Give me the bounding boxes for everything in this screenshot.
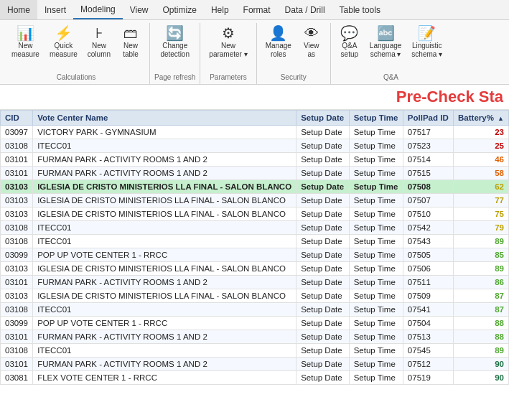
cell-cid: 03099 [1, 248, 33, 262]
btn-new-measure[interactable]: 📊 Newmeasure [7, 23, 44, 62]
col-header-pollpad[interactable]: PollPad ID [403, 111, 453, 126]
btn-linguistic-schema[interactable]: 📝 Linguisticschema ▾ [407, 23, 447, 62]
cell-cid: 03103 [1, 180, 33, 194]
cell-cid: 03081 [1, 371, 33, 385]
col-header-setupdate[interactable]: Setup Date [296, 111, 350, 126]
menu-insert[interactable]: Insert [37, 0, 73, 19]
cell-battery: 88 [453, 330, 508, 344]
cell-battery: 87 [453, 289, 508, 303]
btn-view-as[interactable]: 👁 Viewas [297, 23, 326, 62]
col-header-battery[interactable]: Battery% ▲ [453, 111, 508, 126]
cell-pollpad-id: 07504 [403, 317, 453, 330]
table-row: 03101FURMAN PARK - ACTIVITY ROOMS 1 AND … [1, 276, 509, 289]
cell-cid: 03103 [1, 194, 33, 207]
cell-setup-time: Setup Time [349, 221, 403, 235]
cell-vote-center-name: IGLESIA DE CRISTO MINISTERIOS LLA FINAL … [33, 180, 296, 194]
menu-data-drill[interactable]: Data / Drill [278, 0, 332, 19]
cell-setup-time: Setup Time [349, 248, 403, 262]
cell-pollpad-id: 07545 [403, 344, 453, 358]
btn-new-column[interactable]: ⊦ Newcolumn [83, 23, 115, 62]
menu-help[interactable]: Help [204, 0, 236, 19]
table-row: 03097VICTORY PARK - GYMNASIUMSetup DateS… [1, 126, 509, 139]
cell-setup-time: Setup Time [349, 235, 403, 248]
cell-battery: 89 [453, 344, 508, 358]
cell-pollpad-id: 07519 [403, 371, 453, 385]
table-row: 03099POP UP VOTE CENTER 1 - RRCCSetup Da… [1, 317, 509, 330]
precheck-title: Pre-Check Sta [396, 88, 503, 106]
cell-setup-date: Setup Date [296, 126, 350, 139]
cell-setup-date: Setup Date [296, 289, 350, 303]
security-label: Security [281, 72, 307, 81]
ribbon-group-parameters: ⚙ Newparameter ▾ Parameters [200, 23, 256, 84]
parameters-label: Parameters [210, 72, 247, 81]
table-row: 03101FURMAN PARK - ACTIVITY ROOMS 1 AND … [1, 167, 509, 180]
cell-setup-time: Setup Time [349, 317, 403, 330]
data-table: CID Vote Center Name Setup Date Setup Ti… [0, 110, 509, 385]
ribbon-group-calculations: 📊 Newmeasure ⚡ Quickmeasure ⊦ Newcolumn … [3, 23, 150, 84]
cell-vote-center-name: IGLESIA DE CRISTO MINISTERIOS LLA FINAL … [33, 289, 296, 303]
cell-battery: 58 [453, 167, 508, 180]
cell-vote-center-name: FURMAN PARK - ACTIVITY ROOMS 1 AND 2 [33, 153, 296, 167]
cell-pollpad-id: 07514 [403, 153, 453, 167]
cell-battery: 75 [453, 207, 508, 221]
cell-cid: 03101 [1, 167, 33, 180]
cell-setup-date: Setup Date [296, 180, 350, 194]
cell-setup-time: Setup Time [349, 207, 403, 221]
quick-measure-icon: ⚡ [55, 26, 73, 40]
cell-pollpad-id: 07505 [403, 248, 453, 262]
menu-optimize[interactable]: Optimize [156, 0, 204, 19]
cell-setup-time: Setup Time [349, 289, 403, 303]
ribbon-group-security: 👤 Manageroles 👁 Viewas Security [257, 23, 331, 84]
cell-cid: 03099 [1, 317, 33, 330]
btn-quick-measure[interactable]: ⚡ Quickmeasure [45, 23, 82, 62]
cell-battery: 62 [453, 180, 508, 194]
language-schema-icon: 🔤 [377, 26, 395, 40]
cell-pollpad-id: 07517 [403, 126, 453, 139]
cell-battery: 46 [453, 153, 508, 167]
col-header-setuptime[interactable]: Setup Time [349, 111, 403, 126]
cell-setup-date: Setup Date [296, 139, 350, 153]
cell-cid: 03103 [1, 289, 33, 303]
cell-vote-center-name: FURMAN PARK - ACTIVITY ROOMS 1 AND 2 [33, 330, 296, 344]
table-row: 03101FURMAN PARK - ACTIVITY ROOMS 1 AND … [1, 153, 509, 167]
cell-setup-time: Setup Time [349, 330, 403, 344]
menu-table-tools[interactable]: Table tools [332, 0, 388, 19]
col-header-cid[interactable]: CID [1, 111, 33, 126]
menu-home[interactable]: Home [0, 0, 37, 19]
cell-setup-date: Setup Date [296, 207, 350, 221]
btn-language-schema[interactable]: 🔤 Languageschema ▾ [365, 23, 406, 62]
cell-setup-date: Setup Date [296, 276, 350, 289]
table-row: 03108ITECC01Setup DateSetup Time0752325 [1, 139, 509, 153]
btn-manage-roles[interactable]: 👤 Manageroles [261, 23, 296, 62]
cell-vote-center-name: FURMAN PARK - ACTIVITY ROOMS 1 AND 2 [33, 276, 296, 289]
cell-vote-center-name: ITECC01 [33, 344, 296, 358]
ribbon: 📊 Newmeasure ⚡ Quickmeasure ⊦ Newcolumn … [0, 20, 509, 85]
calculations-label: Calculations [57, 72, 95, 81]
cell-cid: 03108 [1, 221, 33, 235]
cell-battery: 89 [453, 262, 508, 276]
cell-pollpad-id: 07541 [403, 303, 453, 317]
cell-pollpad-id: 07542 [403, 221, 453, 235]
cell-pollpad-id: 07523 [403, 139, 453, 153]
btn-qa-setup[interactable]: 💬 Q&Asetup [335, 23, 364, 62]
menu-view[interactable]: View [123, 0, 156, 19]
btn-change-detection[interactable]: 🔄 Changedetection [156, 23, 194, 62]
table-row: 03099POP UP VOTE CENTER 1 - RRCCSetup Da… [1, 248, 509, 262]
cell-setup-date: Setup Date [296, 317, 350, 330]
cell-pollpad-id: 07512 [403, 358, 453, 371]
cell-cid: 03108 [1, 139, 33, 153]
cell-cid: 03103 [1, 207, 33, 221]
menu-modeling[interactable]: Modeling [73, 0, 123, 19]
table-row: 03101FURMAN PARK - ACTIVITY ROOMS 1 AND … [1, 330, 509, 344]
cell-pollpad-id: 07510 [403, 207, 453, 221]
cell-setup-date: Setup Date [296, 262, 350, 276]
btn-new-parameter[interactable]: ⚙ Newparameter ▾ [205, 23, 251, 62]
cell-pollpad-id: 07507 [403, 194, 453, 207]
cell-pollpad-id: 07515 [403, 167, 453, 180]
col-header-name[interactable]: Vote Center Name [33, 111, 296, 126]
cell-pollpad-id: 07509 [403, 289, 453, 303]
btn-new-table[interactable]: 🗃 Newtable [116, 23, 145, 62]
data-table-container[interactable]: CID Vote Center Name Setup Date Setup Ti… [0, 110, 509, 419]
cell-setup-date: Setup Date [296, 167, 350, 180]
menu-format[interactable]: Format [236, 0, 278, 19]
